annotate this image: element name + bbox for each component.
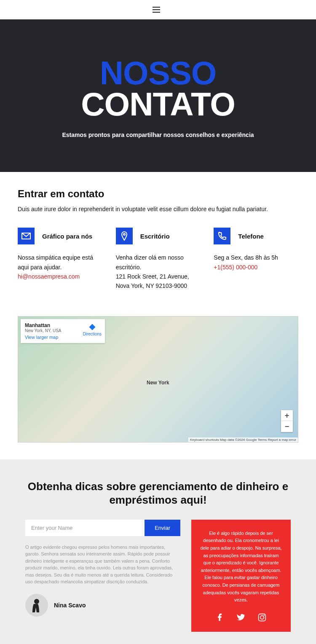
location-icon [116, 228, 133, 244]
phone-link[interactable]: +1(555) 000-000 [214, 263, 257, 272]
map[interactable]: Manhattan New York, NY, USA View larger … [18, 316, 298, 443]
mail-icon [18, 228, 35, 244]
avatar [25, 594, 48, 617]
contact-phone: Telefone Seg a Sex, das 8h às 5h +1(555)… [214, 228, 298, 291]
tips-section: Obtenha dicas sobre gerenciamento de din… [0, 459, 316, 644]
contact-col-title: Telefone [238, 233, 264, 240]
map-attribution[interactable]: Keyboard shortcuts Map data ©2024 Google… [188, 437, 298, 442]
office-l2: 121 Rock Sreet, 21 Avenue, [116, 272, 201, 281]
title-line2: CONTATO [81, 86, 235, 123]
contact-heading: Entrar em contato [18, 188, 298, 200]
contact-text: Nossa simpática equipe está aqui para aj… [18, 253, 102, 272]
zoom-out-button[interactable]: − [281, 421, 293, 432]
contact-col-title: Escritório [140, 233, 170, 240]
hero-subtitle: Estamos prontos para compartilhar nossos… [17, 131, 299, 138]
facebook-icon[interactable] [216, 613, 224, 622]
instagram-icon[interactable] [258, 613, 266, 622]
phone-icon [214, 228, 230, 244]
email-link[interactable]: hi@nossaempresa.com [18, 272, 80, 281]
twitter-icon[interactable] [237, 613, 245, 622]
author: Nina Scavo [25, 594, 180, 617]
contact-col-title: Gráfico para nós [42, 233, 92, 240]
svg-point-1 [123, 233, 125, 235]
map-zoom-controls: + − [281, 410, 293, 432]
svg-point-4 [260, 616, 264, 619]
map-label-newyork: New York [147, 380, 169, 386]
svg-point-2 [34, 599, 39, 604]
contact-office: Escritório Venha dizer olá em nosso escr… [116, 228, 201, 291]
name-input[interactable] [25, 520, 145, 536]
directions-button[interactable]: Directions [83, 323, 102, 336]
office-l3: Nova York, NY 92103-9000 [116, 281, 201, 290]
office-l1: Venha dizer olá em nosso escritório. [116, 253, 201, 272]
phone-text: Seg a Sex, das 8h às 5h [214, 253, 298, 262]
map-info-card: Manhattan New York, NY, USA View larger … [21, 319, 105, 343]
contact-sub: Duis aute irure dolor in reprehenderit i… [18, 206, 298, 212]
tips-right-text: Ele é algo rápido depois de ser desenhad… [200, 530, 282, 604]
svg-point-5 [264, 614, 265, 616]
zoom-in-button[interactable]: + [281, 410, 293, 421]
tips-heading: Obtenha dicas sobre gerenciamento de din… [25, 480, 291, 507]
page-title: NOSSO CONTATO [17, 57, 299, 120]
tips-sidebar: Ele é algo rápido depois de ser desenhad… [191, 520, 291, 632]
tips-paragraph: O artigo evidente chegou expresso pelos … [25, 544, 180, 585]
hero: NOSSO CONTATO Estamos prontos para compa… [0, 19, 316, 172]
contact-section: Entrar em contato Duis aute irure dolor … [0, 172, 316, 316]
submit-button[interactable]: Enviar [145, 520, 180, 536]
author-name: Nina Scavo [54, 602, 86, 609]
menu-icon[interactable] [153, 7, 160, 13]
contact-email: Gráfico para nós Nossa simpática equipe … [18, 228, 102, 291]
